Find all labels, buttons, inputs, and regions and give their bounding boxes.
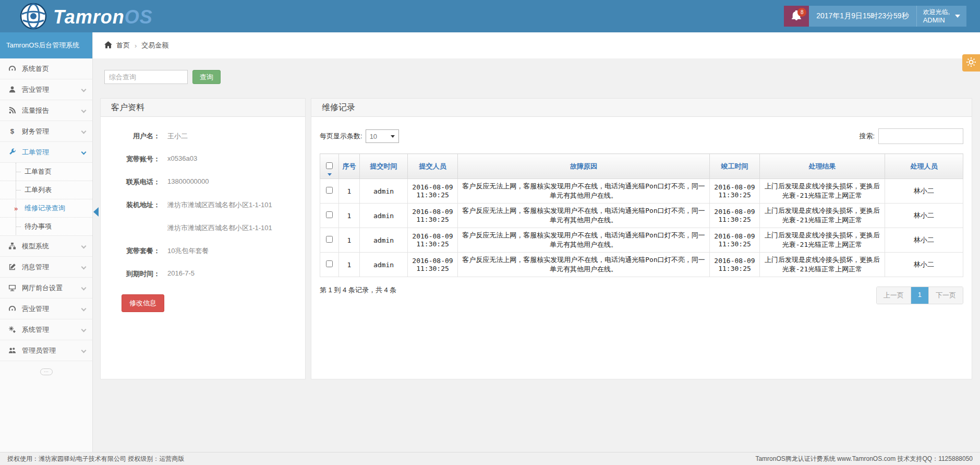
chevron-down-icon bbox=[81, 108, 87, 113]
footer-product-text: TamronOS腾龙认证计费系统 www.TamronOS.com 技术支持QQ… bbox=[755, 455, 973, 463]
field-phone: 联系电话： 13800000000 bbox=[110, 177, 300, 187]
settings-fab-button[interactable] bbox=[962, 54, 980, 71]
row-checkbox-cell bbox=[320, 204, 339, 228]
col-handler: 处理人员 bbox=[885, 154, 963, 179]
chevron-down-icon bbox=[955, 15, 960, 18]
col-finish-time: 竣工时间 bbox=[710, 154, 760, 179]
col-submit-time: 提交时间 bbox=[360, 154, 408, 179]
submenu-item-workorder-list[interactable]: 工单列表 bbox=[0, 181, 92, 199]
sidebar-item-workorder-mgmt[interactable]: 工单管理 bbox=[0, 142, 92, 163]
search-button[interactable]: 查询 bbox=[192, 70, 221, 84]
search-input[interactable] bbox=[104, 70, 188, 84]
prev-page-button[interactable]: 上一页 bbox=[877, 287, 911, 304]
logo-text: TamronOS bbox=[53, 6, 153, 28]
notifications-button[interactable]: 8 bbox=[784, 6, 809, 27]
row-checkbox-cell bbox=[320, 253, 339, 277]
field-expire-date: 到期时间： 2016-7-5 bbox=[110, 269, 300, 279]
row-checkbox-cell bbox=[320, 179, 339, 204]
chevron-down-icon bbox=[81, 87, 87, 92]
svg-text:$: $ bbox=[10, 127, 14, 135]
page-size-control: 每页显示条数: 10 bbox=[320, 129, 399, 143]
edit-icon bbox=[7, 263, 17, 271]
repair-records-table: 序号 提交时间 提交人员 故障原因 竣工时间 处理结果 处理人员 bbox=[320, 153, 963, 277]
global-search-row: 查询 bbox=[104, 70, 221, 84]
sidebar-item-system-home[interactable]: 系统首页 bbox=[0, 58, 92, 79]
sidebar-item-business-mgmt[interactable]: 营业管理 bbox=[0, 79, 92, 100]
submenu-item-todo[interactable]: 待办事项 bbox=[0, 218, 92, 236]
table-search-input[interactable] bbox=[878, 128, 963, 144]
table-search-label: 搜索: bbox=[859, 132, 875, 141]
table-header-row: 序号 提交时间 提交人员 故障原因 竣工时间 处理结果 处理人员 bbox=[320, 154, 963, 179]
tree-stub bbox=[16, 172, 21, 172]
dashboard-icon bbox=[7, 65, 17, 73]
next-page-button[interactable]: 下一页 bbox=[928, 287, 963, 304]
col-submitter: 提交人员 bbox=[408, 154, 458, 179]
panels-row: 客户资料 用户名： 王小二 宽带账号： x0536a03 联系电话： 13800… bbox=[100, 98, 972, 379]
chevron-down-icon bbox=[81, 265, 87, 270]
select-all-checkbox[interactable] bbox=[326, 162, 333, 169]
workorder-submenu: 工单首页 工单列表 » 维修记录查询 待办事项 bbox=[0, 163, 92, 236]
table-row: 1 admin 2016-08-09 11:30:25 客户反应无法上网，客服核… bbox=[320, 179, 963, 204]
customer-fields: 用户名： 王小二 宽带账号： x0536a03 联系电话： 1380000000… bbox=[101, 117, 305, 312]
row-checkbox[interactable] bbox=[326, 187, 333, 194]
page-size-select[interactable]: 10 bbox=[366, 129, 399, 143]
sidebar-item-system-mgmt[interactable]: 系统管理 bbox=[0, 319, 92, 340]
col-seq: 序号 bbox=[339, 154, 360, 179]
topbar-right-cluster: 8 2017年1月9日15时23分59秒 欢迎光临, ADMIN bbox=[784, 6, 966, 27]
page-1-button[interactable]: 1 bbox=[911, 287, 928, 304]
breadcrumb-current: 交易金额 bbox=[141, 41, 168, 50]
breadcrumb: 首页 › 交易金额 bbox=[93, 32, 980, 58]
sidebar-collapse-handle[interactable]: ⋯ bbox=[40, 368, 53, 375]
field-install-address: 装机地址： 潍坊市潍城区西城名都小区1-1-101 bbox=[110, 200, 300, 210]
rss-icon bbox=[7, 106, 17, 114]
notification-badge: 8 bbox=[797, 8, 806, 17]
app-window: TamronOS 8 2017年1月9日15时23分59秒 欢迎光临, ADMI… bbox=[0, 0, 980, 465]
table-search-control: 搜索: bbox=[859, 128, 963, 144]
desktop-icon bbox=[7, 284, 17, 292]
select-caret-icon bbox=[391, 135, 395, 138]
table-row: 1 admin 2016-08-09 11:30:25 客户反应无法上网，客服核… bbox=[320, 204, 963, 228]
field-username: 用户名： 王小二 bbox=[110, 132, 300, 141]
dollar-icon: $ bbox=[7, 127, 17, 135]
table-controls: 每页显示条数: 10 搜索: bbox=[320, 128, 963, 144]
row-checkbox[interactable] bbox=[326, 211, 333, 218]
submenu-item-workorder-home[interactable]: 工单首页 bbox=[0, 163, 92, 181]
select-all-header bbox=[320, 154, 339, 179]
sidebar-item-traffic-report[interactable]: 流量报告 bbox=[0, 100, 92, 121]
footer-bar: 授权使用：潍坊家园驿站电子技术有限公司 授权级别：运营商版 TamronOS腾龙… bbox=[0, 452, 980, 465]
records-panel-title: 维修记录 bbox=[311, 99, 972, 117]
field-broadband-package: 宽带套餐： 10兆包年套餐 bbox=[110, 246, 300, 256]
col-result: 处理结果 bbox=[760, 154, 885, 179]
sidebar-item-finance-mgmt[interactable]: $ 财务管理 bbox=[0, 121, 92, 142]
sidebar-item-admin-mgmt[interactable]: 管理员管理 bbox=[0, 340, 92, 361]
chevron-down-icon bbox=[81, 285, 87, 291]
datetime-display: 2017年1月9日15时23分59秒 bbox=[809, 6, 916, 27]
footer-license-text: 授权使用：潍坊家园驿站电子技术有限公司 授权级别：运营商版 bbox=[7, 455, 184, 463]
chevron-down-icon bbox=[81, 306, 87, 312]
active-menu-arrow bbox=[93, 207, 99, 217]
sidebar-item-portal-settings[interactable]: 网厅前台设置 bbox=[0, 278, 92, 299]
col-fault-reason: 故障原因 bbox=[458, 154, 710, 179]
submenu-item-repair-records[interactable]: » 维修记录查询 bbox=[0, 199, 92, 218]
main-content: 查询 客户资料 用户名： 王小二 宽带账号： x0536a03 联系电话： bbox=[93, 58, 980, 452]
sidebar-item-message-mgmt[interactable]: 消息管理 bbox=[0, 257, 92, 278]
sidebar: TamronOS后台管理系统 系统首页 营业管理 流量报告 $ 财务管理 工单管… bbox=[0, 32, 93, 452]
sidebar-item-business-mgmt-2[interactable]: 营业管理 bbox=[0, 299, 92, 319]
table-row: 1 admin 2016-08-09 11:30:25 客户反应无法上网，客服核… bbox=[320, 253, 963, 277]
user-icon bbox=[7, 86, 17, 93]
globe-logo-icon bbox=[20, 3, 47, 32]
sidebar-item-model-system[interactable]: 模型系统 bbox=[0, 236, 92, 257]
row-checkbox[interactable] bbox=[326, 260, 333, 267]
row-checkbox[interactable] bbox=[326, 236, 333, 243]
chevron-down-icon bbox=[81, 348, 87, 353]
dashboard-icon bbox=[7, 305, 17, 313]
user-menu[interactable]: 欢迎光临, ADMIN bbox=[916, 6, 966, 27]
brand-logo: TamronOS bbox=[20, 3, 153, 32]
edit-info-button[interactable]: 修改信息 bbox=[122, 294, 164, 312]
active-marker: » bbox=[14, 205, 18, 212]
table-footer: 第 1 到 4 条记录，共 4 条 上一页 1 下一页 bbox=[320, 285, 963, 304]
breadcrumb-home-link[interactable]: 首页 bbox=[104, 41, 130, 50]
row-checkbox-cell bbox=[320, 228, 339, 253]
sort-caret-icon bbox=[328, 173, 332, 176]
sidebar-title: TamronOS后台管理系统 bbox=[0, 32, 92, 58]
